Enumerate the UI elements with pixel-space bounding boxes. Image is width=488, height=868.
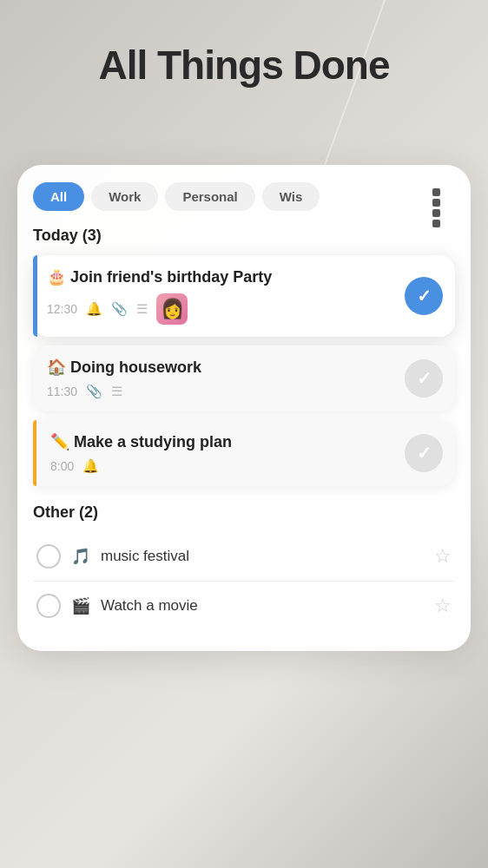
title-movie: Watch a movie xyxy=(101,597,424,615)
other-task-movie: 🎬 Watch a movie ☆ xyxy=(33,582,455,630)
left-accent-bar xyxy=(33,255,37,337)
task-card-housework: 🏠 Doing housework 11:30 📎 ☰ ✓ xyxy=(33,345,455,411)
task-meta-study: 8:00 🔔 xyxy=(50,458,394,474)
task-emoji-birthday: 🎂 xyxy=(47,268,66,286)
tab-work[interactable]: Work xyxy=(91,182,158,211)
bell-icon-study: 🔔 xyxy=(82,458,99,474)
checkmark-icon-housework: ✓ xyxy=(417,368,432,389)
task-title-study: ✏️ Make a studying plan xyxy=(50,432,394,451)
today-section-header: Today (3) xyxy=(33,227,455,245)
tab-all[interactable]: All xyxy=(33,182,84,211)
circle-check-movie[interactable] xyxy=(36,594,61,618)
grid-dot xyxy=(432,199,440,207)
task-thumbnail-birthday: 👩 xyxy=(156,293,188,325)
task-emoji-housework: 🏠 xyxy=(47,358,66,376)
star-movie[interactable]: ☆ xyxy=(434,595,452,617)
emoji-movie: 🎬 xyxy=(71,596,90,615)
task-title-birthday: 🎂 Join friend's birthday Party xyxy=(47,267,394,286)
title-music: music festival xyxy=(101,548,424,565)
task-time-birthday: 12:30 xyxy=(47,302,77,316)
attachment-icon-birthday: 📎 xyxy=(111,301,128,317)
tab-personal[interactable]: Personal xyxy=(165,182,254,211)
task-title-housework: 🏠 Doing housework xyxy=(47,358,394,377)
grid-dot xyxy=(432,220,440,227)
main-card: All Work Personal Wis Today (3) 🎂 Join f… xyxy=(17,165,471,651)
other-task-music: 🎵 music festival ☆ xyxy=(33,532,455,582)
checkmark-icon-study: ✓ xyxy=(417,443,432,464)
grid-dot xyxy=(432,209,440,217)
other-section-header: Other (2) xyxy=(33,503,455,522)
list-icon-housework: ☰ xyxy=(111,384,122,399)
complete-button-study[interactable]: ✓ xyxy=(405,434,443,472)
other-section: Other (2) 🎵 music festival ☆ 🎬 Watch a m… xyxy=(33,503,455,630)
grid-view-button[interactable] xyxy=(427,183,455,211)
checkmark-icon: ✓ xyxy=(417,286,432,306)
tab-wishlist[interactable]: Wis xyxy=(262,182,320,211)
app-title: All Things Done xyxy=(0,42,488,89)
star-music[interactable]: ☆ xyxy=(434,545,452,568)
list-icon-birthday: ☰ xyxy=(136,301,148,317)
bell-icon-birthday: 🔔 xyxy=(86,301,102,317)
task-time-study: 8:00 xyxy=(50,459,74,473)
grid-dot xyxy=(432,188,440,196)
task-time-housework: 11:30 xyxy=(47,385,77,398)
filter-tabs: All Work Personal Wis xyxy=(33,182,455,211)
complete-button-birthday[interactable]: ✓ xyxy=(405,277,443,315)
circle-check-music[interactable] xyxy=(36,544,61,569)
task-emoji-study: ✏️ xyxy=(50,433,69,450)
complete-button-housework[interactable]: ✓ xyxy=(405,359,443,398)
emoji-music: 🎵 xyxy=(71,547,90,566)
task-card-study: ✏️ Make a studying plan 8:00 🔔 ✓ xyxy=(33,420,455,486)
task-meta-housework: 11:30 📎 ☰ xyxy=(47,384,394,399)
task-meta-birthday: 12:30 🔔 📎 ☰ 👩 xyxy=(47,293,394,325)
task-card-birthday: 🎂 Join friend's birthday Party 12:30 🔔 📎… xyxy=(33,255,455,337)
attachment-icon-housework: 📎 xyxy=(86,384,102,399)
